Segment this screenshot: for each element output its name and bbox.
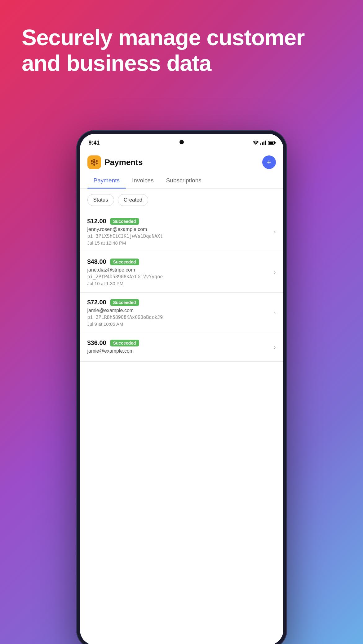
svg-point-4 <box>96 163 98 164</box>
payment-amount: $36.00 <box>87 339 106 346</box>
tab-subscriptions[interactable]: Subscriptions <box>160 173 208 188</box>
add-button[interactable]: + <box>262 155 276 169</box>
app-content: Payments + Payments Invoices Subscriptio… <box>80 150 283 644</box>
status-badge: Succeeded <box>110 259 139 265</box>
payment-email: jenny.rosen@example.com <box>87 227 270 232</box>
payment-info: $72.00 Succeeded jamie@example.com pi_2P… <box>87 299 270 327</box>
payment-info: $36.00 Succeeded jamie@example.com <box>87 339 270 355</box>
app-header: Payments + <box>80 150 283 173</box>
payment-amount: $48.00 <box>87 258 106 265</box>
payment-date: Jul 9 at 10:05 AM <box>87 321 270 327</box>
hero-text: Securely manage customer and business da… <box>22 25 341 76</box>
status-time: 9:41 <box>89 140 100 146</box>
payment-date: Jul 15 at 12:48 PM <box>87 240 270 246</box>
table-row[interactable]: $72.00 Succeeded jamie@example.com pi_2P… <box>80 293 283 333</box>
svg-point-5 <box>93 159 95 161</box>
signal-bars-icon <box>260 141 266 145</box>
app-logo <box>87 155 101 169</box>
tab-payments[interactable]: Payments <box>87 173 126 188</box>
payment-id: pi_3PiXShCiCIK1jwVs1DqaNAXt <box>87 233 270 239</box>
payment-info: $12.00 Succeeded jenny.rosen@example.com… <box>87 218 270 246</box>
payment-top: $48.00 Succeeded <box>87 258 270 265</box>
phone-screen: 9:41 <box>80 134 283 644</box>
wifi-icon <box>253 141 259 145</box>
payment-email: jamie@example.com <box>87 308 270 313</box>
payment-email: jane.diaz@stripe.com <box>87 267 270 273</box>
table-row[interactable]: $36.00 Succeeded jamie@example.com › <box>80 333 283 362</box>
tabs: Payments Invoices Subscriptions <box>80 173 283 189</box>
phone-wrapper: 9:41 <box>76 130 287 644</box>
payment-info: $48.00 Succeeded jane.diaz@stripe.com pi… <box>87 258 270 286</box>
payment-list: $12.00 Succeeded jenny.rosen@example.com… <box>80 211 283 362</box>
filter-status[interactable]: Status <box>87 194 114 206</box>
filter-created[interactable]: Created <box>118 194 148 206</box>
payment-email: jamie@example.com <box>87 348 270 354</box>
svg-point-0 <box>93 161 95 163</box>
status-icons <box>253 141 275 145</box>
app-logo-area: Payments <box>87 155 143 169</box>
svg-point-3 <box>91 163 93 164</box>
app-title: Payments <box>105 158 143 167</box>
svg-point-6 <box>93 164 95 166</box>
status-badge: Succeeded <box>110 299 139 306</box>
battery-icon <box>268 141 275 145</box>
tab-invoices[interactable]: Invoices <box>126 173 160 188</box>
payment-amount: $12.00 <box>87 218 106 225</box>
payment-date: Jul 10 at 1:30 PM <box>87 281 270 286</box>
payment-top: $12.00 Succeeded <box>87 218 270 225</box>
payment-top: $72.00 Succeeded <box>87 299 270 306</box>
chevron-right-icon: › <box>274 310 276 316</box>
payment-top: $36.00 Succeeded <box>87 339 270 346</box>
filters: Status Created <box>80 189 283 211</box>
camera-dot <box>179 140 184 144</box>
chevron-right-icon: › <box>274 269 276 276</box>
status-badge: Succeeded <box>110 218 139 225</box>
phone-frame: 9:41 <box>76 130 287 644</box>
status-badge: Succeeded <box>110 340 139 346</box>
table-row[interactable]: $48.00 Succeeded jane.diaz@stripe.com pi… <box>80 252 283 293</box>
payment-id: pi_2PfP4D58908KAxCG1VvYyqoe <box>87 274 270 280</box>
payment-id: pi_2PLR8h58908KAxCG0oBqckJ9 <box>87 315 270 320</box>
payment-amount: $72.00 <box>87 299 106 306</box>
svg-point-1 <box>91 160 93 162</box>
table-row[interactable]: $12.00 Succeeded jenny.rosen@example.com… <box>80 211 283 252</box>
svg-point-2 <box>96 160 98 162</box>
chevron-right-icon: › <box>274 344 276 350</box>
chevron-right-icon: › <box>274 228 276 235</box>
